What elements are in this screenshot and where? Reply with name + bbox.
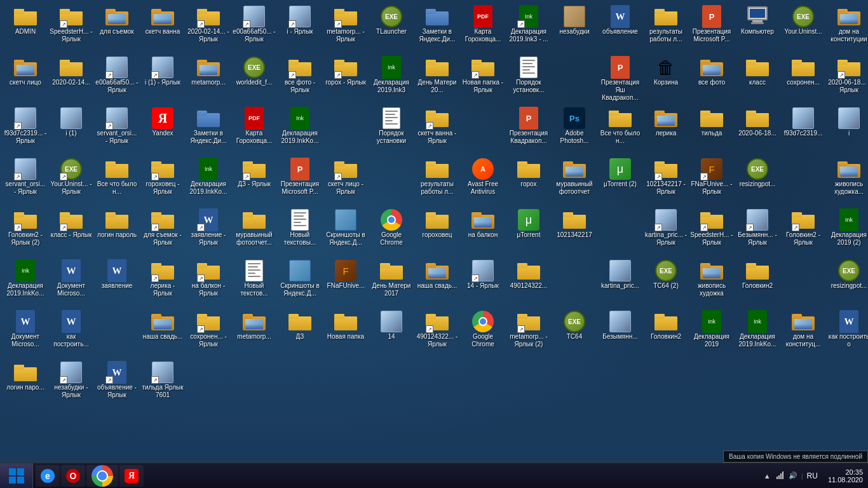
desktop-icon-74[interactable]: EXEresizingpot... <box>735 155 780 206</box>
desktop-icon-44[interactable]: PDFКарта Гороховца... <box>231 104 277 155</box>
desktop-icon-71[interactable]: μμTorrent (2) <box>597 155 643 206</box>
desktop-icon-60[interactable]: Все что было н... <box>94 155 140 206</box>
desktop-icon-9[interactable]: EXETLauncher <box>369 3 414 53</box>
desktop-icon-22[interactable]: ↗e00a66af50... - Ярлык <box>94 53 140 104</box>
desktop-icon-8[interactable]: ↗metamorp... - Ярлык <box>323 3 369 53</box>
desktop-icon-14[interactable]: Wобъявление <box>597 3 643 53</box>
desktop-icon-94[interactable]: ↗Головкин2 - Ярлык <box>780 206 826 257</box>
desktop-icon-30[interactable]: ↗Новая папка - Ярлык <box>460 53 506 104</box>
desktop-icon-72[interactable]: ↗1021342217 - Ярлык <box>643 155 689 206</box>
desktop-icon-64[interactable]: PПрезентация Microsoft P... <box>277 155 323 206</box>
desktop-icon-79[interactable]: логин пароль <box>94 206 140 257</box>
desktop-icon-101[interactable]: Новый текстов... <box>231 257 277 308</box>
desktop-icon-73[interactable]: F↗FNaFUnive... - Ярлык <box>689 155 735 206</box>
desktop-icon-115[interactable]: WДокумент Microso... <box>3 308 48 358</box>
desktop-icon-80[interactable]: ↗для съемок - Ярлык <box>140 206 186 257</box>
desktop-icon-97[interactable]: WДокумент Microso... <box>48 257 94 308</box>
desktop-icon-106[interactable]: ↗14 - Ярлык <box>460 257 506 308</box>
desktop-icon-112[interactable]: Головкин2 <box>735 257 780 308</box>
desktop-icon-127[interactable]: EXETC64 <box>552 308 597 358</box>
desktop-icon-39[interactable]: ↗f93d7c2319... - Ярлык <box>3 104 48 155</box>
desktop-icon-41[interactable]: ↗servant_orsi... - Ярлык <box>94 104 140 155</box>
desktop-icon-91[interactable]: ↗kartina_pric... - Ярлык <box>643 206 689 257</box>
desktop-icon-114[interactable]: EXEresizingpot... <box>826 257 868 308</box>
desktop-icon-48[interactable]: ↗скетч ванна - Ярлык <box>414 104 460 155</box>
start-button[interactable] <box>0 463 33 489</box>
desktop-icon-25[interactable]: EXEworldedit_f... <box>231 53 277 104</box>
taskbar-chrome[interactable] <box>86 465 118 487</box>
desktop-icon-129[interactable]: Головкин2 <box>643 308 689 358</box>
desktop-icon-131[interactable]: InkДекларация 2019.InkKo... <box>735 308 780 358</box>
desktop-icon-70[interactable]: муравьиный фотоотчет <box>552 155 597 206</box>
desktop-icon-16[interactable]: PПрезентация Microsoft P... <box>689 3 735 53</box>
desktop-icon-84[interactable]: Скриншоты в Яндекс.Д... <box>323 206 369 257</box>
desktop-icon-82[interactable]: муравьиный фотоотчет... <box>231 206 277 257</box>
desktop-icon-120[interactable]: metamorp... <box>231 308 277 358</box>
desktop-icon-55[interactable]: 2020-06-18... <box>735 104 780 155</box>
desktop-icon-35[interactable]: все фото <box>689 53 735 104</box>
desktop-icon-126[interactable]: ↗metamorp... - Ярлык (2) <box>506 308 552 358</box>
desktop-icon-98[interactable]: Wзаявление <box>94 257 140 308</box>
desktop-icon-43[interactable]: Заметки в Яндекс.Ди... <box>186 104 231 155</box>
desktop-icon-132[interactable]: дом на конституц... <box>780 308 826 358</box>
desktop-icon-96[interactable]: InkДекларация 2019.InkKo... <box>3 257 48 308</box>
desktop-icon-78[interactable]: ↗класс - Ярлык <box>48 206 94 257</box>
desktop-icon-92[interactable]: ↗SpeedsterH... - Ярлык <box>689 206 735 257</box>
desktop-icon-89[interactable]: 1021342217 <box>552 206 597 257</box>
desktop-icon-56[interactable]: f93d7c2319... <box>780 104 826 155</box>
desktop-icon-27[interactable]: ↗горох - Ярлык <box>323 53 369 104</box>
desktop-icon-59[interactable]: EXE↗Your.Uninst... - Ярлык <box>48 155 94 206</box>
desktop-icon-123[interactable]: 14 <box>369 308 414 358</box>
desktop-icon-57[interactable]: i <box>826 104 868 155</box>
desktop-icon-20[interactable]: скетч лицо <box>3 53 48 104</box>
desktop-icon-17[interactable]: Компьютер <box>735 3 780 53</box>
desktop-icon-110[interactable]: EXETC64 (2) <box>643 257 689 308</box>
desktop-icon-26[interactable]: ↗все фото - Ярлык <box>277 53 323 104</box>
desktop-icon-12[interactable]: Ink↗Декларация 2019.Ink3 - ... <box>506 3 552 53</box>
desktop-icon-69[interactable]: горох <box>506 155 552 206</box>
desktop-icon-37[interactable]: сохронен... <box>780 53 826 104</box>
tray-language[interactable]: RU <box>807 471 818 480</box>
desktop-icon-86[interactable]: гороховец <box>414 206 460 257</box>
desktop-icon-34[interactable]: 🗑Корзина <box>643 53 689 104</box>
desktop-icon-36[interactable]: класс <box>735 53 780 104</box>
desktop-icon-24[interactable]: metamorp... <box>186 53 231 104</box>
desktop-icon-100[interactable]: ↗на балкон - Ярлык <box>186 257 231 308</box>
desktop-icon-134[interactable]: логин паро... <box>3 358 48 409</box>
desktop-icon-5[interactable]: ↗2020-02-14... - Ярлык <box>186 3 231 53</box>
desktop-icon-124[interactable]: ↗490124322... - Ярлык <box>414 308 460 358</box>
desktop-icon-21[interactable]: 2020-02-14... <box>48 53 94 104</box>
desktop-icon-28[interactable]: InkДекларация 2019.Ink3 <box>369 53 414 104</box>
desktop-icon-128[interactable]: Безымянн... <box>597 308 643 358</box>
desktop-icon-11[interactable]: PDFКарта Гороховца... <box>460 3 506 53</box>
desktop-icon-53[interactable]: лерика <box>643 104 689 155</box>
tray-volume[interactable]: 🔊 <box>789 471 797 480</box>
desktop-icon-122[interactable]: Новая папка <box>323 308 369 358</box>
desktop-icon-65[interactable]: ↗скетч лицо - Ярлык <box>323 155 369 206</box>
desktop-icon-119[interactable]: ↗сохронен... - Ярлык <box>186 308 231 358</box>
desktop-icon-102[interactable]: Скриншоты в Яндекс.Д... <box>277 257 323 308</box>
desktop-icon-83[interactable]: Новый текстовы... <box>277 206 323 257</box>
desktop-icon-68[interactable]: AAvast Free Antivirus <box>460 155 506 206</box>
desktop-icon-137[interactable]: ↗тильда Ярлык 7601 <box>140 358 186 409</box>
desktop-icon-7[interactable]: ↗i - Ярлык <box>277 3 323 53</box>
desktop-icon-116[interactable]: Wкак построить... <box>48 308 94 358</box>
desktop-icon-133[interactable]: Wкак построить о <box>826 308 868 358</box>
taskbar-opera[interactable]: O <box>61 465 85 487</box>
desktop-icon-51[interactable]: PsAdobe Photosh... <box>552 104 597 155</box>
desktop-icon-50[interactable]: PПрезентация Квадракоп... <box>506 104 552 155</box>
desktop-icon-18[interactable]: EXEYour.Uninst... <box>780 3 826 53</box>
desktop-icon-42[interactable]: ЯYandex <box>140 104 186 155</box>
desktop-icon-4[interactable]: скетч ванна <box>140 3 186 53</box>
desktop-icon-19[interactable]: дом на конституции <box>826 3 868 53</box>
desktop-icon-105[interactable]: наша свадь... <box>414 257 460 308</box>
desktop-icon-38[interactable]: ↗2020-06-18... - Ярлык <box>826 53 868 104</box>
desktop-icon-15[interactable]: результаты работы л... <box>643 3 689 53</box>
desktop-icon-99[interactable]: ↗лерика - Ярлык <box>140 257 186 308</box>
desktop-icon-52[interactable]: Все что было н... <box>597 104 643 155</box>
desktop-icon-2[interactable]: ↗SpeedsterH... - Ярлык <box>48 3 94 53</box>
desktop-icon-107[interactable]: 490124322... <box>506 257 552 308</box>
desktop-icon-88[interactable]: μμTorrent <box>506 206 552 257</box>
desktop-icon-10[interactable]: Заметки в Яндекс.Ди... <box>414 3 460 53</box>
desktop-icon-85[interactable]: Google Chrome <box>369 206 414 257</box>
